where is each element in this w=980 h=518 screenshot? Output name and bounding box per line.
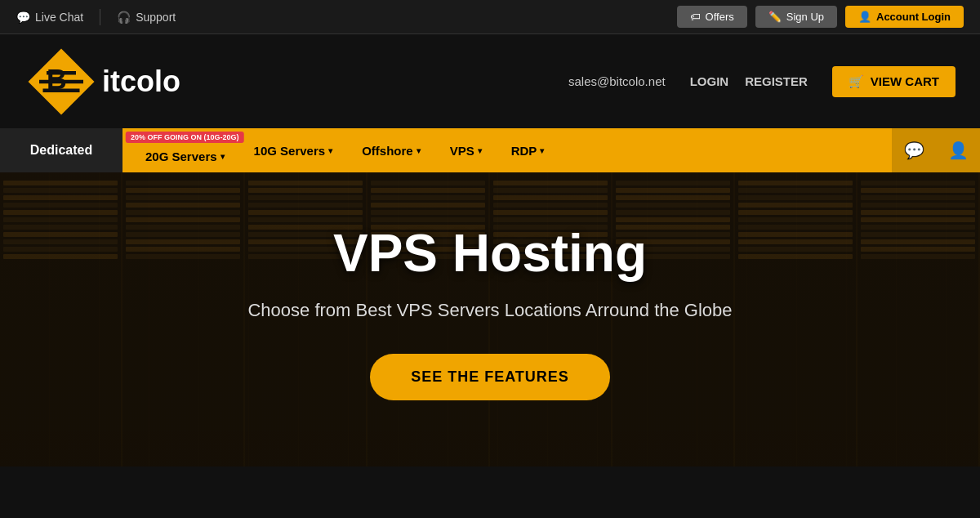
logo-area[interactable]: B itcolo: [24, 45, 180, 118]
logo-icon: B: [24, 45, 98, 118]
see-features-button[interactable]: SEE THE FEATURES: [370, 354, 610, 400]
user-circle-icon: 👤: [948, 141, 969, 160]
rack-col-7: [735, 172, 858, 467]
chat-icon: 💬: [16, 11, 30, 24]
nav-vps[interactable]: VPS ▾: [435, 128, 497, 172]
headphone-icon: 🎧: [117, 11, 131, 24]
support-link[interactable]: 🎧 Support: [117, 11, 176, 24]
chevron-down-icon: ▾: [220, 152, 225, 161]
chevron-down-icon: ▾: [478, 146, 482, 155]
nav-10g-servers[interactable]: 10G Servers ▾: [239, 128, 348, 172]
top-bar-right: 🏷 Offers ✏️ Sign Up 👤 Account Login: [677, 6, 964, 28]
pen-icon: ✏️: [768, 11, 782, 23]
header: B itcolo sales@bitcolo.net LOGIN REGISTE…: [0, 34, 980, 128]
offers-button[interactable]: 🏷 Offers: [677, 6, 747, 28]
cart-icon: 🛒: [849, 74, 864, 89]
support-label: Support: [136, 11, 176, 24]
nav-20g-servers[interactable]: 20% OFF GOING ON (10G-20G) 20G Servers ▾: [131, 128, 239, 172]
hero-subtitle: Choose from Best VPS Servers Locations A…: [247, 300, 732, 321]
hero-section: VPS Hosting Choose from Best VPS Servers…: [0, 172, 980, 467]
chevron-down-icon: ▾: [540, 146, 544, 155]
chat-bubble-icon: 💬: [904, 141, 924, 160]
rack-col-2: [122, 172, 245, 467]
top-bar: 💬 Live Chat 🎧 Support 🏷 Offers ✏️ Sign U…: [0, 0, 980, 34]
chevron-down-icon: ▾: [416, 146, 421, 155]
header-right: sales@bitcolo.net LOGIN REGISTER 🛒 VIEW …: [568, 66, 956, 97]
nav-chat-button[interactable]: 💬: [892, 128, 936, 172]
live-chat-label: Live Chat: [35, 11, 83, 24]
nav-offshore[interactable]: Offshore ▾: [347, 128, 435, 172]
hero-content: VPS Hosting Choose from Best VPS Servers…: [247, 223, 732, 400]
header-email: sales@bitcolo.net: [568, 74, 666, 88]
nav-items: 20% OFF GOING ON (10G-20G) 20G Servers ▾…: [122, 128, 892, 172]
account-login-button[interactable]: 👤 Account Login: [845, 6, 964, 28]
top-bar-left: 💬 Live Chat 🎧 Support: [16, 9, 176, 25]
live-chat-link[interactable]: 💬 Live Chat: [16, 11, 83, 24]
nav-bar: Dedicated 20% OFF GOING ON (10G-20G) 20G…: [0, 128, 980, 172]
login-link[interactable]: LOGIN: [690, 74, 729, 88]
register-link[interactable]: REGISTER: [745, 74, 808, 88]
nav-rdp[interactable]: RDP ▾: [497, 128, 559, 172]
tag-icon: 🏷: [690, 11, 701, 23]
top-bar-divider: [100, 9, 100, 25]
user-icon: 👤: [858, 11, 871, 23]
nav-user-button[interactable]: 👤: [936, 128, 980, 172]
brand-name: itcolo: [102, 65, 180, 99]
nav-dedicated[interactable]: Dedicated: [0, 128, 122, 172]
signup-button[interactable]: ✏️ Sign Up: [755, 6, 837, 28]
hero-title: VPS Hosting: [247, 223, 732, 284]
rack-col-8: [858, 172, 980, 467]
chevron-down-icon: ▾: [328, 146, 332, 155]
header-nav: LOGIN REGISTER: [690, 74, 808, 88]
view-cart-button[interactable]: 🛒 VIEW CART: [832, 66, 956, 97]
promo-badge: 20% OFF GOING ON (10G-20G): [126, 132, 244, 143]
svg-text:B: B: [47, 64, 67, 95]
rack-col-1: [0, 172, 122, 467]
nav-right-icons: 💬 👤: [892, 128, 980, 172]
